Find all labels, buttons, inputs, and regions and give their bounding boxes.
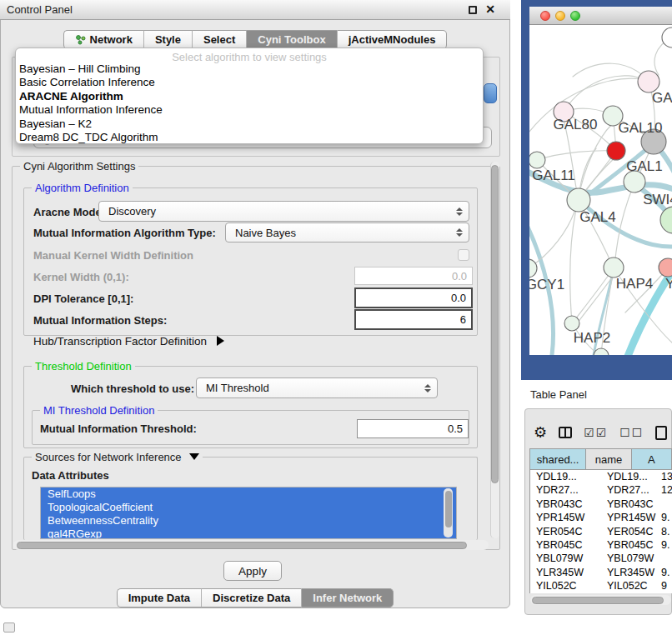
zoom-traffic-light-icon[interactable]	[570, 11, 580, 21]
network-node[interactable]	[564, 316, 579, 331]
mi-threshold-group-label: MI Threshold Definition	[40, 404, 158, 417]
table-cell: 13	[658, 470, 672, 483]
table-cell: YBR045C	[530, 538, 601, 552]
algorithm-option[interactable]: Bayesian – K2	[16, 118, 483, 131]
network-node[interactable]	[567, 188, 590, 212]
network-node[interactable]	[662, 28, 672, 48]
network-canvas[interactable]: GALGAL80GAL10GAL1GAL11SWI4GAL4GCY1HAP4YH…	[529, 25, 672, 355]
gear-icon[interactable]: ⚙	[534, 423, 547, 442]
table-row[interactable]: YPR145WYPR145W9.	[530, 511, 672, 524]
table-horizontal-scroll-thumb[interactable]	[532, 597, 664, 604]
bottom-tab-discretize-data[interactable]: Discretize Data	[201, 588, 301, 608]
tab-cyni-toolbox[interactable]: Cyni Toolbox	[246, 30, 336, 49]
table-cell: 9.	[658, 538, 672, 552]
columns-icon[interactable]	[559, 427, 572, 438]
checked-checkboxes-icon[interactable]: ☑☑	[584, 426, 608, 439]
table-cell: 9	[658, 579, 672, 592]
combo-spinner-highlight[interactable]	[484, 83, 497, 103]
column-header[interactable]: A	[632, 448, 672, 470]
network-node[interactable]	[660, 207, 672, 233]
table-row[interactable]: YLR345WYLR345W9.	[530, 566, 672, 579]
table-cell	[658, 498, 672, 511]
settings-vertical-scroll-thumb[interactable]	[491, 165, 499, 483]
network-node[interactable]	[529, 152, 545, 168]
algorithm-option[interactable]: Bayesian – Hill Climbing	[16, 62, 483, 76]
collapsed-panel-icon[interactable]	[3, 622, 15, 632]
network-window-titlebar[interactable]	[529, 7, 672, 25]
mi-type-value: Naive Bayes	[235, 227, 296, 239]
unchecked-checkboxes-icon[interactable]: ☐☐	[619, 426, 644, 439]
bottom-tab-infer-network[interactable]: Infer Network	[301, 588, 394, 608]
column-header[interactable]: name	[586, 448, 632, 470]
hub-section-toggle[interactable]: Hub/Transcription Factor Definition	[33, 335, 224, 348]
table-cell	[658, 552, 672, 565]
mi-threshold-label: Mutual Information Threshold:	[40, 422, 197, 435]
table-row[interactable]: YBR043CYBR043C	[530, 498, 672, 511]
aracne-mode-combobox[interactable]: Discovery	[98, 201, 469, 222]
attribute-list-item[interactable]: SelfLoops	[41, 488, 456, 501]
network-node-label: GAL80	[554, 117, 598, 132]
network-node[interactable]	[659, 258, 672, 277]
float-window-icon[interactable]	[469, 6, 477, 14]
attribute-list-scroll-thumb[interactable]	[445, 491, 452, 528]
mi-algorithm-type-combobox[interactable]: Naive Bayes	[225, 222, 469, 242]
algorithm-dropdown-popup: Select algorithm to view settings Bayesi…	[15, 48, 484, 144]
tab-label: Network	[90, 31, 133, 49]
manual-kernel-checkbox[interactable]	[458, 249, 469, 261]
kernel-width-field[interactable]: 0.0	[354, 267, 473, 285]
mi-steps-field[interactable]: 6	[354, 309, 473, 330]
control-panel-tabbar: NetworkStyleSelectCyni ToolboxjActiveMNo…	[0, 30, 510, 49]
network-node-label: GAL10	[619, 120, 663, 136]
apply-button[interactable]: Apply	[223, 561, 282, 581]
attribute-list-item[interactable]: BetweennessCentrality	[41, 514, 456, 528]
tab-select[interactable]: Select	[192, 30, 246, 49]
algorithm-option[interactable]: Basic Correlation Inference	[16, 76, 483, 89]
tab-network[interactable]: Network	[63, 30, 143, 49]
sources-group-label[interactable]: Sources for Network Inference	[32, 451, 203, 463]
network-node[interactable]	[607, 142, 625, 160]
which-threshold-combobox[interactable]: MI Threshold	[196, 378, 438, 398]
close-traffic-light-icon[interactable]	[540, 11, 550, 21]
kernel-width-label: Kernel Width (0,1):	[33, 271, 129, 283]
tab-style[interactable]: Style	[143, 30, 192, 49]
combo-arrows-icon	[424, 378, 432, 398]
table-row[interactable]: YDL19...YDL19...13	[530, 470, 672, 483]
network-edge[interactable]	[529, 207, 576, 268]
attribute-list-item[interactable]: gal4RGexp	[41, 528, 456, 539]
table-cell: YBR045C	[601, 538, 658, 552]
network-node[interactable]	[604, 258, 624, 278]
network-edge[interactable]	[537, 151, 614, 160]
algorithm-option[interactable]: ARACNE Algorithm	[16, 90, 483, 103]
dpi-tolerance-field[interactable]: 0.0	[354, 288, 473, 308]
table-row[interactable]: YER054CYER054C8.	[530, 525, 672, 538]
column-header[interactable]: shared...	[529, 448, 586, 470]
network-edge[interactable]	[614, 183, 634, 267]
network-node[interactable]	[529, 259, 537, 278]
table-row[interactable]: YIL052CYIL052C9	[530, 579, 672, 592]
table-cell: YBR043C	[530, 498, 601, 511]
table-panel-title: Table Panel	[530, 388, 587, 401]
mi-steps-label: Mutual Information Steps:	[33, 314, 167, 327]
network-node-label: SWI4	[643, 192, 672, 208]
table-row[interactable]: YDR27...YDR27...12	[530, 483, 672, 497]
table-row[interactable]: YBL079WYBL079W	[530, 552, 672, 565]
expand-arrow-icon	[217, 336, 224, 346]
network-edge[interactable]	[575, 272, 616, 326]
network-edge[interactable]	[564, 76, 649, 112]
attribute-list-item[interactable]: TopologicalCoefficient	[41, 501, 456, 514]
mi-threshold-field[interactable]: 0.5	[357, 419, 469, 438]
settings-horizontal-scroll-thumb[interactable]	[17, 542, 467, 549]
network-edge[interactable]	[579, 124, 612, 198]
tab-jactivemnodules[interactable]: jActiveMNodules	[337, 30, 448, 49]
table-cell: YPR145W	[530, 511, 601, 524]
table-row[interactable]: YBR045CYBR045C9.	[530, 538, 672, 552]
algorithm-option[interactable]: Dream8 DC_TDC Algorithm	[16, 131, 483, 144]
cyni-bottom-tabbar: Impute DataDiscretize DataInfer Network	[0, 588, 510, 608]
manual-kernel-label: Manual Kernel Width Definition	[33, 249, 193, 262]
minimize-traffic-light-icon[interactable]	[555, 11, 565, 21]
document-icon[interactable]	[655, 426, 667, 440]
algorithm-option[interactable]: Mutual Information Inference	[16, 103, 483, 117]
table-cell: YPR145W	[601, 511, 658, 524]
close-icon[interactable]: ✕	[485, 2, 495, 16]
bottom-tab-impute-data[interactable]: Impute Data	[117, 588, 201, 608]
